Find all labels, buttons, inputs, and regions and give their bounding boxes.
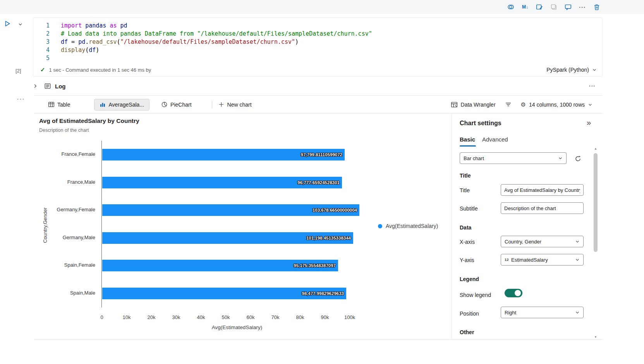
tab-table[interactable]: Table	[47, 99, 71, 110]
chart-settings-title: Chart settings	[460, 120, 501, 127]
chevron-down-icon	[592, 67, 597, 72]
bar-value-label: 96,777.65924528301	[297, 180, 340, 185]
x-tick-label: 50k	[222, 314, 230, 320]
data-wrangler-icon	[451, 101, 458, 108]
status-text: 1 sec - Command executed in 1 sec 46 ms …	[49, 67, 151, 73]
category-label: France,Female	[34, 151, 95, 157]
gear-icon: ⚙	[521, 101, 526, 108]
run-options-chevron-icon[interactable]	[18, 22, 23, 27]
bar-value-label: 95,175.35548387097	[294, 263, 336, 268]
table-icon	[48, 101, 55, 108]
chevron-down-icon	[558, 156, 563, 160]
position-label: Position	[460, 311, 479, 317]
filter-icon[interactable]	[505, 101, 512, 108]
edit-cell-icon[interactable]	[536, 3, 543, 11]
bar: 96,777.65924528301	[102, 177, 342, 188]
section-data-header: Data	[460, 224, 471, 231]
tab-average-salary[interactable]: AverageSala...	[94, 99, 149, 110]
legend-position-dropdown[interactable]: Right	[501, 307, 584, 318]
execution-count: [2]	[15, 68, 21, 74]
comment-icon[interactable]	[564, 3, 572, 11]
settings-scrollbar[interactable]: ▲ ▼	[593, 147, 598, 339]
columns-rows-selector[interactable]: ⚙ 14 columns, 1000 rows	[521, 101, 592, 108]
tab-pie-chart[interactable]: PieChart	[160, 99, 192, 110]
chart-settings-panel: Chart settings » Basic Advanced Bar char…	[452, 114, 603, 340]
tab-table-label: Table	[57, 102, 70, 108]
kernel-label: PySpark (Python)	[546, 67, 589, 73]
chart-type-value: Bar chart	[464, 155, 484, 161]
scrollbar-thumb[interactable]	[594, 153, 598, 252]
bar-value-label: 101,198.45135338344	[306, 236, 351, 240]
new-chart-button[interactable]: New chart	[218, 102, 252, 108]
x-axis-label: X-axis	[460, 239, 475, 245]
tab-average-salary-label: AverageSala...	[108, 102, 144, 108]
copilot-icon[interactable]	[507, 3, 515, 11]
kernel-selector[interactable]: PySpark (Python)	[546, 67, 597, 73]
title-label: Title	[460, 187, 470, 193]
log-more-icon[interactable]: ···	[589, 83, 596, 89]
markdown-icon[interactable]: M↓	[521, 3, 529, 11]
legend-position-value: Right	[505, 310, 516, 316]
line-number: 2	[33, 30, 50, 38]
chevron-down-icon	[575, 310, 580, 315]
code-line[interactable]: 5	[33, 54, 602, 62]
column-chart-icon	[100, 102, 106, 108]
new-chart-label: New chart	[227, 102, 252, 108]
y-axis-label: Y-axis	[460, 257, 474, 263]
show-legend-label: Show legend	[460, 292, 491, 298]
y-axis-title: Country,Gender	[42, 207, 48, 243]
log-expand-chevron-icon[interactable]	[33, 83, 38, 89]
x-tick-label: 0	[100, 314, 103, 320]
category-label: France,Male	[34, 179, 95, 185]
bar-value-label: 98,477.99829629633	[302, 291, 344, 296]
legend-dot	[378, 224, 382, 228]
title-input[interactable]	[501, 184, 584, 196]
cell-status-bar: ✓ 1 sec - Command executed in 1 sec 46 m…	[33, 63, 602, 76]
y-axis-value: EstimatedSalary	[511, 257, 548, 263]
log-icon	[44, 83, 51, 90]
cell-more-icon[interactable]: ···	[17, 96, 25, 102]
line-number: 3	[33, 38, 50, 46]
subtitle-label: Subtitle	[460, 205, 478, 212]
chart-subtitle: Description of the chart	[39, 128, 89, 133]
chevron-down-icon	[575, 239, 580, 244]
bar: 103,678.66500000004	[102, 204, 359, 216]
tab-advanced[interactable]: Advanced	[482, 136, 508, 143]
scroll-up-icon[interactable]: ▲	[593, 147, 598, 150]
x-tick-label: 90k	[321, 314, 329, 320]
tab-basic[interactable]: Basic	[460, 136, 475, 143]
x-tick-label: 40k	[197, 314, 205, 320]
x-axis-dropdown[interactable]: Country, Gender	[501, 236, 584, 247]
code-line[interactable]: 2# Load data into pandas DataFrame from …	[33, 30, 602, 38]
section-legend-header: Legend	[460, 276, 479, 282]
scroll-down-icon[interactable]: ▼	[593, 335, 598, 339]
cell-toolbar: M↓ ···	[0, 0, 644, 14]
x-tick-label: 70k	[271, 314, 280, 320]
bar: 97,799.81110599072	[102, 149, 345, 160]
code-line[interactable]: 3df = pd.read_csv("/lakehouse/default/Fi…	[33, 38, 602, 46]
refresh-chart-icon[interactable]	[573, 154, 583, 164]
cell-editor: 1import pandas as pd2# Load data into pa…	[33, 17, 603, 77]
bar: 95,175.35548387097	[102, 260, 338, 271]
legend-label: Avg(EstimatedSalary)	[386, 223, 438, 229]
line-number: 5	[33, 54, 50, 62]
collapse-panel-icon[interactable]: »	[587, 118, 591, 127]
y-axis-dropdown[interactable]: 12 EstimatedSalary	[501, 254, 584, 266]
code-line[interactable]: 4display(df)	[33, 46, 602, 54]
bar-value-label: 97,799.81110599072	[301, 152, 342, 157]
run-cell-button[interactable]	[4, 20, 11, 27]
bar: 98,477.99829629633	[102, 288, 346, 299]
more-icon[interactable]: ···	[579, 3, 586, 11]
active-tab-underline	[460, 145, 476, 147]
code-line[interactable]: 1import pandas as pd	[33, 22, 602, 30]
subtitle-input[interactable]	[501, 202, 584, 214]
show-legend-toggle[interactable]	[505, 289, 522, 297]
chart-type-dropdown[interactable]: Bar chart	[460, 152, 567, 164]
chart-legend: Avg(EstimatedSalary)	[378, 223, 438, 229]
data-wrangler-button[interactable]: Data Wrangler	[451, 101, 496, 108]
section-title-header: Title	[460, 173, 471, 179]
delete-icon[interactable]	[593, 3, 601, 11]
category-label: Spain,Male	[34, 290, 95, 296]
x-axis-value: Country, Gender	[505, 239, 541, 245]
code-lines[interactable]: 1import pandas as pd2# Load data into pa…	[33, 18, 602, 63]
